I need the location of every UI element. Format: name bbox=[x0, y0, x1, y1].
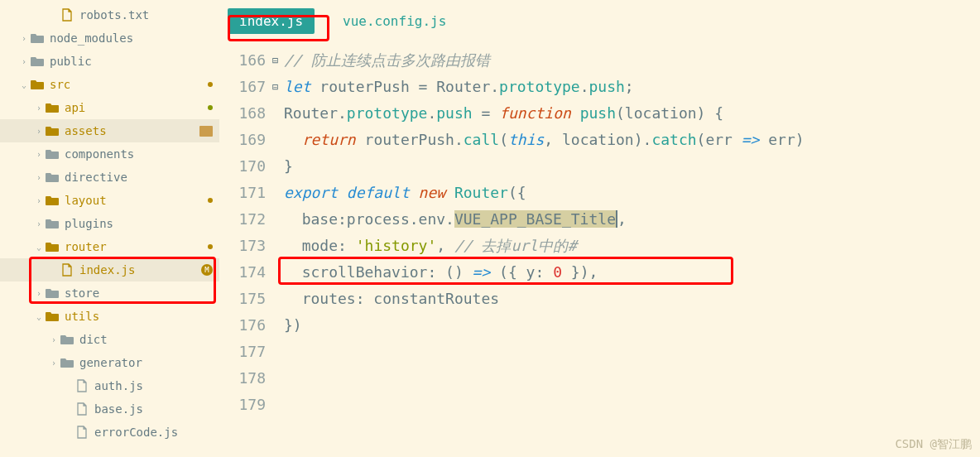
code-line: routes: constantRoutes bbox=[284, 286, 980, 312]
chevron-icon[interactable]: › bbox=[33, 103, 45, 113]
folder-icon bbox=[45, 123, 60, 138]
folder-icon bbox=[45, 170, 60, 185]
line-number: 174 bbox=[219, 259, 266, 286]
chevron-icon[interactable]: › bbox=[18, 34, 30, 43]
tree-label: auth.js bbox=[94, 379, 213, 392]
tree-label: generator bbox=[79, 356, 213, 369]
folder-marker-icon bbox=[199, 126, 213, 137]
file-icon bbox=[74, 402, 89, 416]
line-number: 178 bbox=[219, 365, 266, 392]
tree-item-generator[interactable]: ›generator bbox=[0, 351, 219, 374]
tree-label: router bbox=[65, 240, 208, 253]
chevron-icon[interactable]: ⌄ bbox=[18, 80, 30, 89]
tree-label: layout bbox=[65, 194, 208, 207]
code-content[interactable]: // 防止连续点击多次路由报错let routerPush = Router.p… bbox=[284, 47, 980, 457]
line-number: 173 bbox=[219, 233, 266, 259]
modified-dot-icon bbox=[208, 105, 213, 110]
code-line: export default new Router({ bbox=[284, 180, 980, 206]
tree-item-robots-txt[interactable]: robots.txt bbox=[0, 3, 219, 26]
code-line: base:process.env.VUE_APP_BASE_Title, bbox=[284, 206, 980, 233]
line-number: 171 bbox=[219, 180, 266, 206]
tree-item-directive[interactable]: ›directive bbox=[0, 166, 219, 189]
fold-marker-icon[interactable]: ⊟ bbox=[272, 47, 284, 74]
code-line: }) bbox=[284, 312, 980, 339]
tree-item-base-js[interactable]: base.js bbox=[0, 397, 219, 421]
file-icon bbox=[60, 7, 74, 22]
folder-icon bbox=[45, 239, 60, 254]
tree-item-assets[interactable]: ›assets bbox=[0, 119, 219, 142]
tree-item-router[interactable]: ⌄router bbox=[0, 235, 219, 258]
tree-label: src bbox=[50, 78, 208, 91]
watermark: CSDN @智江鹏 bbox=[895, 437, 972, 452]
tree-label: directive bbox=[65, 171, 213, 184]
line-number: 167 bbox=[219, 74, 266, 100]
chevron-icon[interactable]: › bbox=[48, 358, 60, 368]
tree-item-node-modules[interactable]: ›node_modules bbox=[0, 26, 219, 50]
tree-item-components[interactable]: ›components bbox=[0, 142, 219, 166]
tree-item-src[interactable]: ⌄src bbox=[0, 73, 219, 96]
folder-icon bbox=[45, 216, 60, 231]
line-number: 176 bbox=[219, 312, 266, 339]
folder-icon bbox=[60, 355, 74, 370]
tab-inactive[interactable]: vue.config.js bbox=[331, 8, 458, 34]
chevron-icon[interactable]: › bbox=[33, 196, 45, 205]
code-area[interactable]: 1661671681691701711721731741751761771781… bbox=[219, 34, 980, 457]
fold-column[interactable]: ⊟⊟ bbox=[272, 47, 284, 457]
folder-icon bbox=[30, 77, 45, 92]
tree-label: robots.txt bbox=[79, 8, 213, 22]
code-line: let routerPush = Router.prototype.push; bbox=[284, 74, 980, 100]
folder-icon bbox=[45, 100, 60, 115]
tree-label: index.js bbox=[79, 263, 201, 277]
tree-item-auth-js[interactable]: auth.js bbox=[0, 374, 219, 397]
chevron-icon[interactable]: › bbox=[48, 335, 60, 344]
line-number: 179 bbox=[219, 392, 266, 418]
tree-item-plugins[interactable]: ›plugins bbox=[0, 212, 219, 235]
file-icon bbox=[60, 262, 74, 277]
modified-dot-icon bbox=[208, 244, 213, 249]
chevron-icon[interactable]: › bbox=[33, 127, 45, 136]
tree-label: store bbox=[65, 286, 213, 300]
editor-tabs: index.js vue.config.js bbox=[219, 0, 980, 34]
modified-dot-icon bbox=[208, 82, 213, 87]
file-icon bbox=[74, 378, 89, 393]
tree-label: utils bbox=[65, 310, 213, 323]
tree-label: public bbox=[50, 55, 213, 68]
folder-icon bbox=[30, 54, 45, 69]
chevron-icon[interactable]: › bbox=[33, 289, 45, 298]
file-explorer[interactable]: robots.txt›node_modules›public⌄src›api›a… bbox=[0, 0, 219, 457]
folder-icon bbox=[45, 286, 60, 301]
folder-icon bbox=[30, 31, 45, 46]
chevron-icon[interactable]: › bbox=[33, 219, 45, 228]
tree-label: dict bbox=[79, 333, 213, 346]
tree-item-errorcode-js[interactable]: errorCode.js bbox=[0, 421, 219, 444]
tree-item-api[interactable]: ›api bbox=[0, 96, 219, 119]
tree-item-dict[interactable]: ›dict bbox=[0, 328, 219, 351]
line-gutter: 1661671681691701711721731741751761771781… bbox=[219, 47, 272, 457]
folder-icon bbox=[45, 147, 60, 161]
chevron-icon[interactable]: › bbox=[18, 57, 30, 66]
tree-item-layout[interactable]: ›layout bbox=[0, 189, 219, 212]
tree-item-index-js[interactable]: index.jsM bbox=[0, 258, 219, 281]
tree-item-store[interactable]: ›store bbox=[0, 281, 219, 305]
code-line: Router.prototype.push = function push(lo… bbox=[284, 100, 980, 127]
tab-active[interactable]: index.js bbox=[228, 8, 315, 34]
tree-item-public[interactable]: ›public bbox=[0, 50, 219, 73]
fold-marker-icon[interactable]: ⊟ bbox=[272, 74, 284, 100]
line-number: 168 bbox=[219, 100, 266, 127]
tree-label: api bbox=[65, 101, 208, 114]
chevron-icon[interactable]: ⌄ bbox=[33, 243, 45, 252]
folder-icon bbox=[60, 332, 74, 347]
line-number: 170 bbox=[219, 153, 266, 180]
code-line: } bbox=[284, 153, 980, 180]
code-line: mode: 'history', // 去掉url中的# bbox=[284, 233, 980, 259]
modified-badge-icon: M bbox=[201, 264, 213, 276]
tree-item-utils[interactable]: ⌄utils bbox=[0, 305, 219, 328]
line-number: 177 bbox=[219, 339, 266, 365]
code-editor: index.js vue.config.js 16616716816917017… bbox=[219, 0, 980, 457]
line-number: 175 bbox=[219, 286, 266, 312]
chevron-icon[interactable]: › bbox=[33, 150, 45, 159]
tree-label: errorCode.js bbox=[94, 426, 213, 439]
line-number: 166 bbox=[219, 47, 266, 74]
chevron-icon[interactable]: › bbox=[33, 173, 45, 182]
chevron-icon[interactable]: ⌄ bbox=[33, 312, 45, 321]
